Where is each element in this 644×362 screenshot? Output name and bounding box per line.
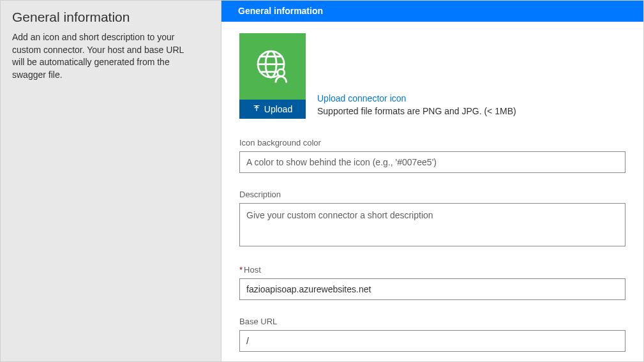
upload-icon xyxy=(253,104,260,114)
field-host: *Host xyxy=(239,265,625,300)
upload-connector-icon-link[interactable]: Upload connector icon xyxy=(317,93,406,103)
icon-bg-color-label: Icon background color xyxy=(239,138,625,147)
field-description: Description xyxy=(239,190,625,248)
upload-button-label: Upload xyxy=(264,104,292,114)
main-panel: General information xyxy=(221,1,643,361)
icon-column: Upload xyxy=(239,33,306,119)
description-input[interactable] xyxy=(239,203,625,246)
field-base-url: Base URL xyxy=(239,317,625,352)
upload-hint: Supported file formats are PNG and JPG. … xyxy=(317,106,516,116)
host-label: *Host xyxy=(239,265,625,275)
sidebar: General information Add an icon and shor… xyxy=(1,1,221,361)
svg-point-3 xyxy=(278,69,285,76)
globe-person-icon xyxy=(254,47,291,86)
icon-upload-row: Upload Upload connector icon Supported f… xyxy=(239,33,625,119)
upload-button[interactable]: Upload xyxy=(239,100,306,119)
base-url-input[interactable] xyxy=(239,330,625,352)
base-url-label: Base URL xyxy=(239,317,625,326)
form-body: Upload Upload connector icon Supported f… xyxy=(221,22,643,361)
section-header-title: General information xyxy=(238,6,323,16)
required-indicator: * xyxy=(239,265,243,275)
field-icon-bg-color: Icon background color xyxy=(239,138,625,173)
description-label: Description xyxy=(239,190,625,199)
connector-icon-preview xyxy=(239,33,306,100)
icon-upload-info: Upload connector icon Supported file for… xyxy=(317,93,516,119)
section-header: General information xyxy=(221,1,643,22)
sidebar-title: General information xyxy=(12,10,209,25)
icon-bg-color-input[interactable] xyxy=(239,151,625,173)
host-label-text: Host xyxy=(244,265,261,275)
host-input[interactable] xyxy=(239,278,625,300)
sidebar-description: Add an icon and short description to you… xyxy=(12,31,184,81)
